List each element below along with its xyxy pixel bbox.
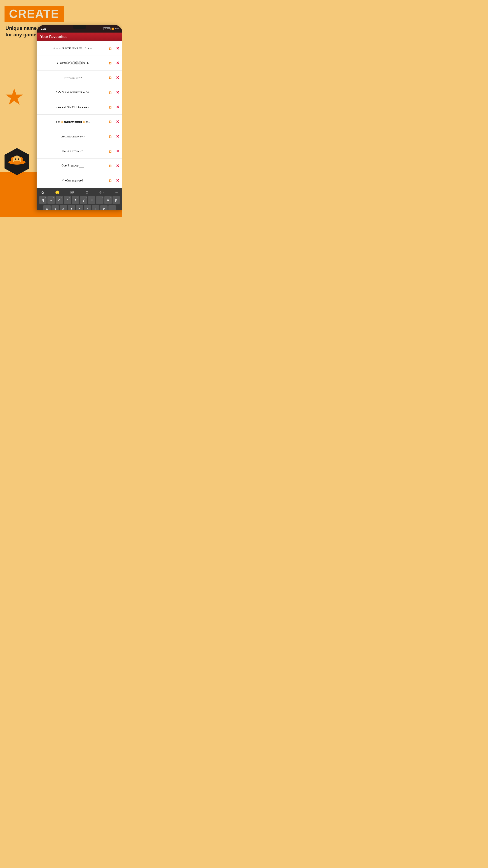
create-heading: CREATE [9, 8, 59, 20]
list-item: ◄•♛⒨⒜⒩⒤⒨⒜⒧♛•► ⧉ ✕ [37, 56, 122, 70]
fav-name-4: ʕ•ᵜ•ʔSÁM BØNEY♛ʕ•ᵜ•ʔ [39, 91, 107, 94]
wifi-label: VoWIFI [103, 27, 110, 30]
app-header: Your Favourites [37, 33, 122, 41]
copy-button-3[interactable]: ⧉ [107, 74, 113, 81]
logo-svg [2, 147, 32, 176]
copy-button-1[interactable]: ⧉ [107, 45, 113, 52]
fav-name-1: ☆✦☆ RØCK ENRØL ☆✦☆ [39, 46, 107, 50]
list-item: ♣ ☢ ♊ JAY WALKER ♊ ☢... ⧉ ✕ [37, 115, 122, 129]
list-item: ▪■▪■•IONELIA•■▪■▪ ⧉ ✕ [37, 100, 122, 115]
list-item: ☆✦☆ RØCK ENRØL ☆✦☆ ⧉ ✕ [37, 41, 122, 56]
gif-button[interactable]: GIF [69, 191, 75, 194]
keyboard: G 🙂 GIF ⚙ G⇄ ··· q1 w2 e3 r4 t5 y6 u7 i8… [37, 188, 122, 210]
create-banner: CREATE [4, 6, 64, 22]
svg-point-4 [13, 161, 21, 164]
phone-mockup: 1:25 VoWIFI 📶 37% Your Favourites ☆✦☆ RØ… [37, 25, 122, 210]
key-p[interactable]: p [112, 196, 120, 204]
delete-button-8[interactable]: ✕ [115, 149, 120, 154]
more-icon[interactable]: ··· [113, 191, 120, 195]
key-j[interactable]: j [92, 205, 99, 210]
fav-name-2: ◄•♛⒨⒜⒩⒤⒨⒜⒧♛•► [39, 61, 107, 65]
list-item: ♡o..oLILLITHo..o♡ ⧉ ✕ [37, 144, 122, 159]
copy-button-10[interactable]: ⧉ [107, 177, 113, 184]
translate-icon[interactable]: G⇄ [98, 191, 105, 194]
list-item: ʕ°ᴥ°ʔTRENT⎯⎯⎯ ⧉ ✕ [37, 159, 122, 174]
key-u[interactable]: u7 [88, 196, 95, 204]
svg-point-5 [15, 158, 16, 160]
keyboard-toolbar: G 🙂 GIF ⚙ G⇄ ··· [37, 189, 122, 196]
delete-button-6[interactable]: ✕ [115, 119, 120, 125]
key-g[interactable]: g [76, 205, 83, 210]
delete-button-10[interactable]: ✕ [115, 178, 120, 183]
battery-label: 37% [115, 28, 119, 30]
copy-button-7[interactable]: ⧉ [107, 133, 113, 140]
copy-button-5[interactable]: ⧉ [107, 104, 113, 111]
settings-icon[interactable]: ⚙ [84, 190, 90, 195]
delete-button-1[interactable]: ✕ [115, 46, 120, 51]
fav-name-8: ♡o..oLILLITHo..o♡ [39, 150, 107, 153]
copy-button-2[interactable]: ⧉ [107, 60, 113, 66]
key-e[interactable]: e3 [56, 196, 63, 204]
delete-button-5[interactable]: ✕ [115, 104, 120, 110]
delete-button-4[interactable]: ✕ [115, 90, 120, 95]
list-item: ʕ•ᵜ•ʔSÁM BØNEY♛ʕ•ᵜ•ʔ ⧉ ✕ [37, 85, 122, 100]
google-icon[interactable]: G [39, 191, 46, 194]
copy-button-9[interactable]: ⧉ [107, 162, 113, 169]
list-item: ʕ•ᴥ•ʔthe dogtor•ᴥ•ʔ ⧉ ✕ [37, 174, 122, 188]
key-t[interactable]: t5 [72, 196, 79, 204]
list-item: ☆✧✦ sumi ☆✧✦ ⧉ ✕ [37, 70, 122, 85]
copy-button-4[interactable]: ⧉ [107, 89, 113, 96]
signal-icon: 📶 [111, 28, 114, 30]
copy-button-6[interactable]: ⧉ [107, 119, 113, 125]
key-y[interactable]: y6 [80, 196, 87, 204]
key-w[interactable]: w2 [47, 196, 55, 204]
favourites-list: ☆✦☆ RØCK ENRØL ☆✦☆ ⧉ ✕ ◄•♛⒨⒜⒩⒤⒨⒜⒧♛•► ⧉ ✕… [37, 41, 122, 188]
status-bar: 1:25 VoWIFI 📶 37% [37, 25, 122, 33]
copy-button-8[interactable]: ⧉ [107, 148, 113, 155]
app-logo [2, 147, 32, 176]
fav-name-5: ▪■▪■•IONELIA•■▪■▪ [39, 105, 107, 109]
svg-point-6 [18, 158, 19, 160]
key-o[interactable]: o9 [104, 196, 111, 204]
keyboard-row-1: q1 w2 e3 r4 t5 y6 u7 i8 o9 p [37, 196, 122, 204]
fav-name-3: ☆✧✦ sumi ☆✧✦ [39, 76, 107, 79]
fav-name-9: ʕ°ᴥ°ʔTRENT⎯⎯⎯ [39, 164, 107, 168]
key-h[interactable]: h [84, 205, 91, 210]
fav-name-6: ♣ ☢ ♊ JAY WALKER ♊ ☢... [39, 121, 107, 123]
key-a[interactable]: a [43, 205, 51, 210]
fav-name-10: ʕ•ᴥ•ʔthe dogtor•ᴥ•ʔ [39, 179, 107, 182]
app-title: Your Favourites [40, 35, 68, 39]
delete-button-3[interactable]: ✕ [115, 75, 120, 81]
status-icons: VoWIFI 📶 37% [103, 27, 119, 30]
star-icon: ★ [4, 84, 24, 110]
key-f[interactable]: f [68, 205, 75, 210]
key-d[interactable]: d [60, 205, 67, 210]
fav-name-7: ·.★*...crÈiGhhtøN☉*·.· [39, 135, 107, 138]
sticker-icon[interactable]: 🙂 [54, 190, 61, 195]
key-q[interactable]: q1 [39, 196, 46, 204]
key-l[interactable]: l [108, 205, 116, 210]
delete-button-2[interactable]: ✕ [115, 60, 120, 66]
keyboard-row-2: a s d f g h j k l [37, 205, 122, 210]
notch [73, 25, 86, 29]
key-i[interactable]: i8 [96, 196, 103, 204]
delete-button-7[interactable]: ✕ [115, 134, 120, 139]
key-r[interactable]: r4 [64, 196, 71, 204]
list-item: ·.★*...crÈiGhhtøN☉*·.· ⧉ ✕ [37, 129, 122, 144]
delete-button-9[interactable]: ✕ [115, 163, 120, 168]
key-s[interactable]: s [52, 205, 59, 210]
key-k[interactable]: k [100, 205, 107, 210]
status-time: 1:25 [41, 27, 46, 30]
